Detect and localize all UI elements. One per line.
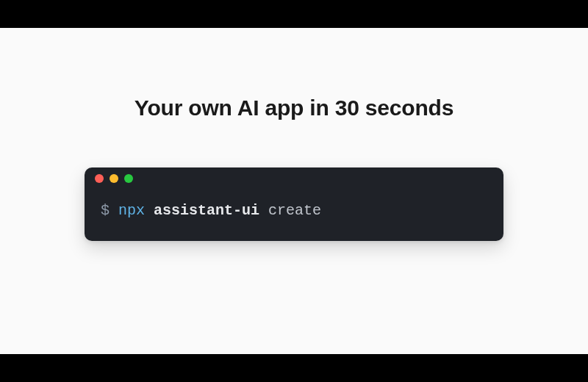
letterbox-top [0,0,588,28]
command-runner: npx [118,202,145,219]
command-subcommand: create [268,202,321,219]
terminal-body[interactable]: $ npx assistant-ui create [85,190,503,241]
window-maximize-icon[interactable] [124,174,133,183]
prompt-symbol: $ [101,202,110,219]
window-close-icon[interactable] [95,174,104,183]
terminal-titlebar [85,167,503,190]
window-minimize-icon[interactable] [110,174,118,183]
video-frame: Your own AI app in 30 seconds $ npx assi… [0,0,588,382]
headline: Your own AI app in 30 seconds [135,96,453,120]
slide-content: Your own AI app in 30 seconds $ npx assi… [0,28,588,354]
letterbox-bottom [0,354,588,382]
terminal-window: $ npx assistant-ui create [85,167,503,241]
command-package: assistant-ui [154,202,259,219]
